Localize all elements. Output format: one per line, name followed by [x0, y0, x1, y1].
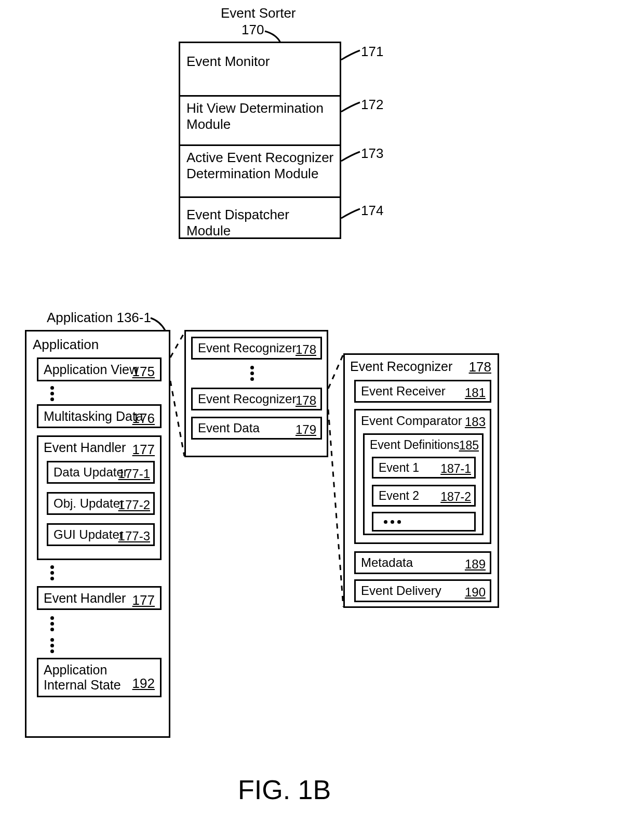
application-callout: Application 136-1 — [47, 310, 151, 326]
metadata-label: Metadata — [361, 555, 413, 570]
event-receiver-row: Event Receiver 181 — [354, 380, 491, 403]
event-comparator-ref: 183 — [465, 415, 486, 429]
multitasking-label: Multitasking Data — [44, 409, 143, 424]
mid-er2-label: Event Recognizer — [198, 392, 296, 406]
application-view-row: Application View 175 — [37, 357, 162, 381]
event-sorter-ref: 170 — [242, 22, 264, 38]
middle-box: Event Recognizer 178 Event Recognizer 17… — [184, 330, 328, 457]
event2-ref: 187-2 — [440, 490, 471, 504]
event1-ref: 187-1 — [440, 462, 471, 476]
mid-er1-label: Event Recognizer — [198, 341, 296, 355]
event2-label: Event 2 — [379, 489, 419, 503]
application-title: Application — [33, 337, 99, 353]
svg-line-1 — [170, 381, 184, 456]
svg-line-0 — [170, 333, 184, 357]
data-updater-row: Data Updater 177-1 — [47, 461, 155, 484]
application-view-ref: 175 — [132, 364, 155, 380]
hit-view-label: Hit View Determination Module — [186, 100, 332, 132]
event-definitions-ref: 185 — [459, 439, 479, 453]
ref-174: 174 — [361, 203, 383, 219]
right-er-label: Event Recognizer — [350, 359, 452, 374]
ref-172: 172 — [361, 97, 383, 113]
event-definitions-label: Event Definitions — [370, 438, 460, 452]
event-receiver-label: Event Receiver — [361, 384, 446, 399]
vdots-icon — [50, 638, 54, 653]
event-monitor-label: Event Monitor — [186, 54, 321, 70]
event-handler-ref: 177 — [132, 442, 155, 458]
data-updater-ref: 177-1 — [118, 467, 150, 481]
application-view-label: Application View — [44, 362, 139, 377]
vdots-icon — [250, 366, 254, 381]
mid-ed-ref: 179 — [296, 422, 316, 437]
application-outer-box: Application Application View 175 Multita… — [25, 330, 170, 738]
event1-row: Event 1 187-1 — [372, 457, 476, 479]
event-handler2-row: Event Handler 177 — [37, 586, 162, 610]
mid-ed-row: Event Data 179 — [191, 417, 322, 440]
multitasking-row: Multitasking Data 176 — [37, 404, 162, 428]
event1-label: Event 1 — [379, 461, 419, 475]
metadata-row: Metadata 189 — [354, 551, 491, 574]
event-handler2-ref: 177 — [132, 592, 155, 608]
mid-er2-row: Event Recognizer 178 — [191, 388, 322, 410]
event2-row: Event 2 187-2 — [372, 485, 476, 507]
figure-caption: FIG. 1B — [238, 774, 331, 805]
event-handler-label: Event Handler — [44, 440, 126, 455]
metadata-ref: 189 — [465, 557, 486, 572]
app-internal-state-row: Application Internal State 192 — [37, 658, 162, 697]
event-delivery-ref: 190 — [465, 585, 486, 600]
svg-line-3 — [328, 409, 343, 607]
hdots-icon — [384, 520, 401, 524]
event-delivery-row: Event Delivery 190 — [354, 579, 491, 602]
event-handler2-label: Event Handler — [44, 591, 126, 606]
mid-er2-ref: 178 — [296, 393, 316, 408]
event-sorter-title: Event Sorter — [221, 5, 296, 21]
event-delivery-label: Event Delivery — [361, 583, 441, 598]
ref-173: 173 — [361, 145, 383, 162]
ref-171: 171 — [361, 44, 383, 60]
right-outer-box: Event Recognizer 178 Event Receiver 181 … — [343, 353, 499, 608]
event-sorter-box: Event Monitor Hit View Determination Mod… — [179, 42, 341, 239]
multitasking-ref: 176 — [132, 410, 155, 427]
active-er-label: Active Event Recognizer Determination Mo… — [186, 150, 337, 182]
gui-updater-row: GUI Updater 177-3 — [47, 523, 155, 546]
data-updater-label: Data Updater — [53, 465, 128, 480]
gui-updater-label: GUI Updater — [53, 527, 124, 542]
event-handler-box: Event Handler 177 Data Updater 177-1 Obj… — [37, 435, 162, 560]
event-more-row — [372, 512, 476, 532]
diagram-page: Event Sorter 170 Event Monitor Hit View … — [0, 0, 644, 836]
event-comparator-label: Event Comparator — [361, 414, 462, 428]
gui-updater-ref: 177-3 — [118, 529, 150, 543]
vdots-icon — [50, 616, 54, 631]
obj-updater-ref: 177-2 — [118, 498, 150, 512]
obj-updater-label: Obj. Updater — [53, 496, 124, 511]
event-comparator-box: Event Comparator 183 Event Definitions 1… — [354, 409, 491, 544]
mid-ed-label: Event Data — [198, 421, 260, 435]
vdots-icon — [50, 565, 54, 580]
mid-er1-ref: 178 — [296, 342, 316, 357]
event-receiver-ref: 181 — [465, 386, 486, 400]
vdots-icon — [50, 386, 54, 401]
event-dispatcher-label: Event Dispatcher Module — [186, 207, 332, 239]
event-definitions-box: Event Definitions 185 Event 1 187-1 Even… — [363, 433, 484, 535]
mid-er1-row: Event Recognizer 178 — [191, 337, 322, 360]
app-internal-state-ref: 192 — [132, 675, 155, 692]
svg-line-2 — [328, 354, 343, 389]
obj-updater-row: Obj. Updater 177-2 — [47, 492, 155, 515]
right-er-ref: 178 — [469, 359, 491, 375]
